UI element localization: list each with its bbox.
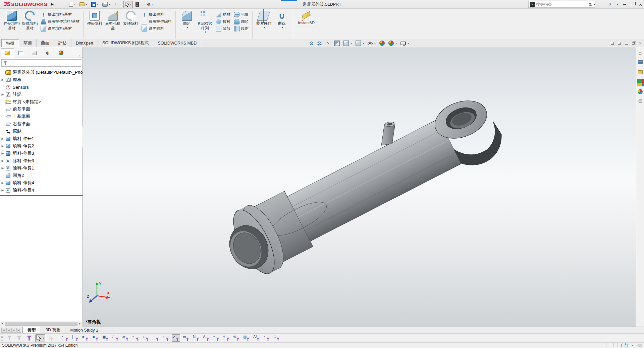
filter-blocks-button[interactable]: A°: [253, 334, 261, 342]
tree-item[interactable]: ▶除料-伸長4: [0, 187, 83, 194]
appearances-scenes-button[interactable]: [637, 88, 644, 95]
filter-sketch-segments-button[interactable]: ∟: [142, 334, 150, 342]
loft-cut-button[interactable]: 疊層拉伸除料: [141, 18, 173, 25]
restore-button[interactable]: [631, 3, 634, 6]
doc-pane-right-button[interactable]: [618, 42, 621, 45]
tree-item[interactable]: Sensors: [0, 83, 83, 91]
tree-item[interactable]: 上基準面: [0, 113, 83, 120]
select-button[interactable]: ▾: [123, 1, 133, 8]
tree-item[interactable]: ▶填料-伸長3: [0, 150, 83, 157]
save-dropdown[interactable]: ▾: [97, 3, 98, 6]
mirror-button[interactable]: 鏡射: [233, 25, 250, 32]
reference-geometry-dropdown[interactable]: ▾: [264, 26, 265, 29]
boundary-cut-button[interactable]: 邊界除料: [141, 25, 173, 32]
rebuild-button[interactable]: [134, 1, 140, 8]
linear-pattern-button[interactable]: 直線複製排列▾: [196, 10, 214, 34]
tab-nav-3[interactable]: ▶|: [16, 328, 21, 333]
close-button[interactable]: ×: [639, 2, 642, 7]
display-style-button[interactable]: ▾: [355, 40, 365, 46]
view-palette-button[interactable]: [637, 78, 644, 85]
fillet-dropdown[interactable]: ▾: [187, 26, 188, 29]
command-search[interactable]: > 搜尋指令 ▾: [528, 1, 595, 8]
magnified-selection-button[interactable]: [47, 334, 54, 342]
display-style-dropdown[interactable]: ▾: [363, 42, 364, 45]
toggle-selection-filters-button[interactable]: [25, 335, 33, 342]
expand-chevron[interactable]: ▶: [0, 93, 5, 96]
expand-chevron[interactable]: ▶: [0, 144, 5, 148]
menu-flyout-arrow[interactable]: ▶: [51, 2, 54, 6]
tab-SOLIDWORKS 附加程式[interactable]: SOLIDWORKS 附加程式: [98, 39, 153, 47]
doc-close-button[interactable]: ×: [639, 41, 641, 46]
tab-評估[interactable]: 評估: [54, 39, 71, 47]
doc-tab-3D 視圖[interactable]: 3D 視圖: [41, 327, 65, 333]
doc-restore-button[interactable]: [632, 42, 635, 45]
filter-weld-symbols-button[interactable]: ≈: [212, 334, 220, 342]
featuremanager-tab[interactable]: [1, 48, 14, 58]
view-settings-button[interactable]: ▾: [400, 41, 410, 46]
tab-特徵[interactable]: 特徵: [1, 39, 19, 47]
filter-surface-finish-button[interactable]: √: [222, 334, 230, 342]
open-file-dropdown[interactable]: ▾: [86, 3, 87, 6]
tree-item[interactable]: 材質 <未指定>: [0, 98, 83, 106]
apply-scene-button[interactable]: ▾: [388, 40, 397, 46]
tab-nav-1[interactable]: ◀: [6, 328, 11, 333]
search-icon[interactable]: [589, 3, 591, 6]
view-orientation-button[interactable]: ▾: [343, 40, 353, 46]
select-dropdown[interactable]: ▾: [130, 3, 131, 6]
section-view-button[interactable]: [334, 40, 340, 46]
tree-item[interactable]: ▶A註記: [0, 91, 83, 98]
zoom-to-fit-button[interactable]: [309, 41, 314, 46]
tree-item[interactable]: 前基準面: [0, 106, 83, 113]
toolbar-grip[interactable]: [1, 335, 3, 341]
filter-weld-beads-button[interactable]: ▥: [243, 334, 251, 342]
reference-geometry-button[interactable]: 參考幾何▾: [255, 10, 273, 30]
filter-surface-bodies-button[interactable]: ◆: [92, 334, 100, 342]
expand-chevron[interactable]: ▶: [0, 189, 5, 192]
scroll-left-arrow[interactable]: ◂: [0, 322, 4, 325]
help-dropdown[interactable]: ▾: [617, 3, 618, 6]
tree-item[interactable]: ▶除料-伸長3: [0, 157, 83, 164]
filter-toggle-button[interactable]: ✓: [172, 334, 180, 342]
wrap-button[interactable]: 包覆: [233, 11, 250, 18]
tree-filter-input[interactable]: [1, 59, 81, 67]
boss-extrude-button[interactable]: 伸長填料/基材: [3, 10, 21, 31]
filter-funnel-off-button[interactable]: [6, 335, 13, 341]
hole-wizard-button[interactable]: 異型孔精靈: [104, 10, 122, 31]
select-tool-button[interactable]: ▾: [35, 334, 45, 342]
rib-button[interactable]: 肋材: [215, 11, 231, 18]
display-pane-button[interactable]: [142, 1, 144, 8]
clear-all-filters-button[interactable]: [15, 335, 23, 341]
tree-item[interactable]: ▶填料-伸長4: [0, 179, 83, 187]
tab-SOLIDWORKS MBD[interactable]: SOLIDWORKS MBD: [153, 39, 201, 47]
doc-tab-Motion Study 1[interactable]: Motion Study 1: [65, 327, 103, 333]
dome-button[interactable]: 圓頂: [233, 18, 250, 25]
part-3d-model[interactable]: [83, 47, 636, 327]
doc-tab-模型[interactable]: 模型: [22, 327, 41, 333]
displaymanager-tab[interactable]: [54, 48, 68, 58]
panel-horizontal-scrollbar[interactable]: ◂ ▸: [0, 321, 82, 326]
expand-chevron[interactable]: ▶: [0, 152, 5, 155]
filter-midpoints-button[interactable]: ·: [152, 334, 160, 342]
tab-nav-0[interactable]: |◀: [1, 328, 6, 333]
options-gear-button[interactable]: ⚙▾: [146, 1, 154, 8]
tree-item[interactable]: ▶填料-伸長2: [0, 142, 83, 150]
apply-scene-dropdown[interactable]: ▾: [395, 42, 397, 45]
help-button[interactable]: ?: [608, 2, 611, 7]
filter-faces-button[interactable]: ■: [82, 334, 90, 342]
customize-status-button[interactable]: 自訂 ▲: [621, 343, 634, 348]
filter-dimensions-button[interactable]: ▭: [182, 334, 190, 342]
filter-routing-points-button[interactable]: ⊙: [273, 334, 281, 342]
edit-appearance-button[interactable]: [379, 40, 385, 46]
previous-view-button[interactable]: ↖: [325, 40, 331, 46]
undo-button[interactable]: ↶▾: [113, 1, 122, 8]
configurationmanager-tab[interactable]: [28, 48, 41, 58]
expand-chevron[interactable]: ▶: [0, 159, 5, 162]
filter-sketch-points-button[interactable]: ▪: [132, 334, 140, 342]
view-orientation-dropdown[interactable]: ▾: [351, 42, 352, 45]
doc-pane-left-button[interactable]: [611, 42, 614, 45]
filter-annotations-button[interactable]: N: [192, 334, 200, 342]
tab-草圖[interactable]: 草圖: [19, 39, 37, 47]
hide-show-items-button[interactable]: ▾: [367, 41, 376, 46]
scrollbar-thumb[interactable]: [5, 322, 77, 326]
tree-item[interactable]: ▶除料-伸長1: [0, 164, 83, 172]
